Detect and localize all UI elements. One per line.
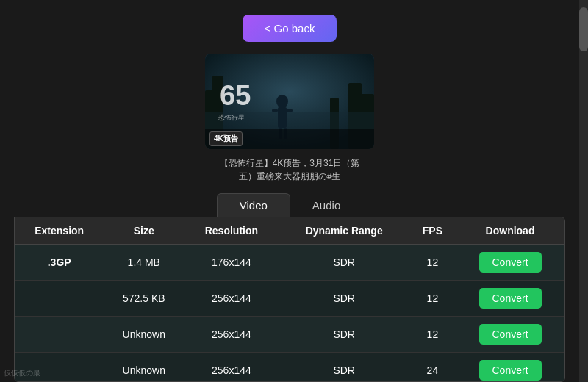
cell-extension: .3GP: [15, 245, 104, 281]
table-row: .3GP 1.4 MB 176x144 SDR 12 Convert: [15, 245, 564, 281]
cell-resolution: 256x144: [184, 317, 279, 353]
cell-extension: [15, 317, 104, 353]
scrollbar-thumb[interactable]: [579, 7, 588, 51]
convert-button-0[interactable]: Convert: [479, 252, 542, 273]
convert-button-2[interactable]: Convert: [479, 324, 542, 345]
watermark: 仮仮仮の最: [4, 368, 40, 378]
thumbnail-bg: 65 恐怖行星 4K预告: [205, 54, 374, 149]
cell-fps: 12: [409, 245, 456, 281]
video-thumbnail: 65 恐怖行星 4K预告: [205, 54, 374, 149]
cell-size: 1.4 MB: [104, 245, 184, 281]
cell-size: Unknown: [104, 317, 184, 353]
svg-rect-8: [278, 107, 287, 128]
cell-dynamic-range: SDR: [279, 317, 409, 353]
cell-download[interactable]: Convert: [456, 281, 564, 317]
cell-dynamic-range: SDR: [279, 353, 409, 383]
col-extension: Extension: [15, 217, 104, 245]
video-table-container: Extension Size Resolution Dynamic Range …: [14, 217, 565, 382]
convert-button-3[interactable]: Convert: [479, 360, 542, 381]
cell-resolution: 256x144: [184, 353, 279, 383]
cell-size: 572.5 KB: [104, 281, 184, 317]
col-dynamic-range: Dynamic Range: [279, 217, 409, 245]
cell-fps: 24: [409, 353, 456, 383]
cell-fps: 12: [409, 281, 456, 317]
cell-dynamic-range: SDR: [279, 281, 409, 317]
table-row: Unknown 256x144 SDR 24 Convert: [15, 353, 564, 383]
video-description: 【恐怖行星】4K预告，3月31日（第 五）重磅来大器朋朋の#生: [220, 156, 360, 183]
convert-button-1[interactable]: Convert: [479, 288, 542, 309]
table-row: Unknown 256x144 SDR 12 Convert: [15, 317, 564, 353]
table-header-row: Extension Size Resolution Dynamic Range …: [15, 217, 564, 245]
svg-rect-9: [272, 109, 278, 112]
col-fps: FPS: [409, 217, 456, 245]
cell-download[interactable]: Convert: [456, 245, 564, 281]
svg-point-7: [276, 95, 288, 108]
thumbnail-overlay: 4K预告: [205, 129, 374, 149]
cell-download[interactable]: Convert: [456, 353, 564, 383]
svg-text:65: 65: [220, 80, 251, 111]
go-back-button[interactable]: < Go back: [243, 15, 337, 42]
col-download: Download: [456, 217, 564, 245]
cell-dynamic-range: SDR: [279, 245, 409, 281]
tab-video[interactable]: Video: [217, 193, 290, 217]
scrollbar[interactable]: [579, 0, 588, 382]
table-row: 572.5 KB 256x144 SDR 12 Convert: [15, 281, 564, 317]
col-size: Size: [104, 217, 184, 245]
cell-resolution: 256x144: [184, 281, 279, 317]
tabs-container: Video Audio: [217, 193, 362, 217]
col-resolution: Resolution: [184, 217, 279, 245]
cell-size: Unknown: [104, 353, 184, 383]
4k-badge: 4K预告: [209, 131, 243, 146]
cell-extension: [15, 281, 104, 317]
svg-text:恐怖行星: 恐怖行星: [218, 114, 245, 121]
cell-download[interactable]: Convert: [456, 317, 564, 353]
cell-fps: 12: [409, 317, 456, 353]
main-content: < Go back: [0, 0, 579, 382]
svg-rect-10: [287, 109, 293, 112]
tab-audio[interactable]: Audio: [290, 193, 362, 217]
cell-resolution: 176x144: [184, 245, 279, 281]
video-table: Extension Size Resolution Dynamic Range …: [15, 217, 564, 382]
